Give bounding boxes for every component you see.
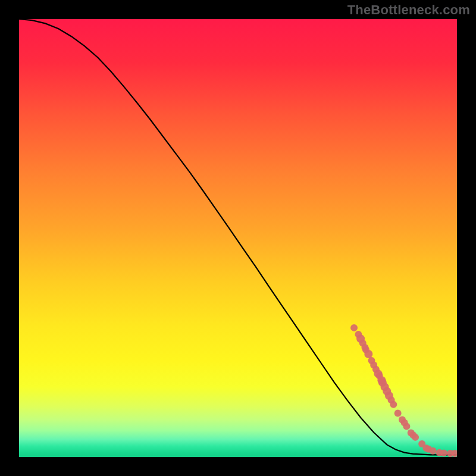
watermark-text: TheBottleneck.com — [347, 2, 470, 18]
data-point — [412, 434, 419, 441]
data-point — [394, 409, 402, 416]
data-point — [403, 422, 410, 430]
plot-area — [19, 19, 457, 457]
data-point — [350, 324, 358, 331]
data-point — [390, 401, 397, 408]
chart-frame: TheBottleneck.com — [0, 0, 476, 476]
data-point — [430, 447, 437, 455]
data-point — [440, 449, 447, 456]
chart-svg — [19, 19, 457, 457]
gradient-background — [19, 19, 457, 457]
data-point — [364, 350, 372, 358]
